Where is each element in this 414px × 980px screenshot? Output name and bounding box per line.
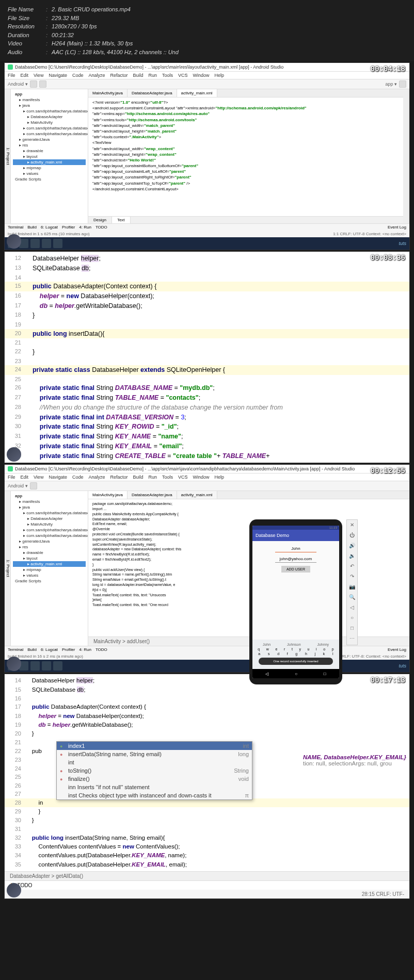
tool-Build[interactable]: Build	[27, 225, 37, 230]
tree-item[interactable]: ▸ DatabaseAdapter	[13, 516, 86, 521]
tree-item[interactable]: app	[13, 91, 86, 97]
tree-item[interactable]: ▸ activity_main.xml	[13, 159, 86, 165]
tree-item[interactable]: app	[13, 493, 86, 499]
toolbar-btn[interactable]	[30, 80, 37, 88]
tab-DatabaseAdapter.java[interactable]: DatabaseAdapter.java	[128, 89, 177, 97]
tool-TODO[interactable]: TODO	[95, 225, 107, 230]
nav-bar[interactable]: ◁○□	[252, 669, 339, 678]
tree-item[interactable]: ▸ java	[13, 103, 86, 108]
overview-icon[interactable]: □	[348, 625, 356, 632]
tool-Terminal[interactable]: Terminal	[8, 225, 23, 230]
tree-item[interactable]: ▸ com.sandipbhattacharya.databasedemo (t…	[13, 533, 86, 538]
menu-vcs[interactable]: VCS	[178, 73, 188, 78]
left-gutter[interactable]: 1: Project	[5, 89, 11, 223]
tree-item[interactable]: ▸ values	[13, 573, 86, 578]
name-input[interactable]: John	[275, 545, 316, 552]
design-text-tabs[interactable]: Design Text	[88, 216, 403, 223]
breadcrumb[interactable]: DatabaseAdapter > getAllData()	[5, 871, 409, 880]
autocomplete-item[interactable]: ●finalize()void	[57, 775, 252, 783]
tree-item[interactable]: ▸ generatedJava	[13, 538, 86, 544]
tree-item[interactable]: ▸ generatedJava	[13, 137, 86, 142]
tree-item[interactable]: Gradle Scripts	[13, 176, 86, 182]
tree-item[interactable]: ▸ DatabaseAdapter	[13, 114, 86, 120]
tab-DatabaseAdapter.java[interactable]: DatabaseAdapter.java	[128, 491, 177, 499]
tree-item[interactable]: Gradle Scripts	[13, 578, 86, 584]
code-editor[interactable]: 12 DatabaseHelper helper;13 SQLiteDataba…	[5, 252, 409, 463]
menu-run[interactable]: Run	[149, 73, 157, 78]
menubar[interactable]: FileEditViewNavigateCodeAnalyzeRefactorB…	[5, 72, 409, 79]
tool-Logcat[interactable]: 6: Logcat	[41, 225, 58, 230]
tab-activity_main.xml[interactable]: activity_main.xml	[177, 491, 217, 499]
back-icon[interactable]: ◁	[348, 605, 356, 612]
zoom-icon[interactable]: 🔍	[348, 594, 356, 601]
menubar[interactable]: FileEditViewNavigateCodeAnalyzeRefactorB…	[5, 473, 409, 481]
tree-item[interactable]: ▸ values	[13, 171, 86, 176]
tree-item[interactable]: ▸ layout	[13, 556, 86, 561]
left-gutter[interactable]: 1: Project	[5, 491, 11, 646]
rotate-right-icon[interactable]: ↷	[348, 574, 356, 581]
xml-editor[interactable]: <?xml version="1.0" encoding="utf-8"?><a…	[88, 97, 403, 216]
menu-edit[interactable]: Edit	[21, 73, 29, 78]
autocomplete-popup[interactable]: ●index1int●insertData(String name, Strin…	[56, 741, 252, 800]
tree-item[interactable]: ▸ com.sandipbhattacharya.databasedemo	[13, 510, 86, 516]
more-icon[interactable]: ⋯	[348, 635, 356, 643]
add-user-button[interactable]: ADD USER	[281, 566, 310, 573]
menu-code[interactable]: Code	[72, 73, 84, 78]
close-icon[interactable]: ✕	[348, 522, 356, 529]
autocomplete-item[interactable]: inn Inserts ''if not null'' statement	[57, 783, 252, 791]
home-icon[interactable]: ○	[348, 615, 356, 622]
toolbar[interactable]: Android ▾ app ▾	[5, 79, 409, 89]
project-tree[interactable]: app▸ manifests▸ java▸ com.sandipbhattach…	[11, 491, 88, 646]
tab-MainActivity.java[interactable]: MainActivity.java	[88, 89, 128, 97]
power-icon[interactable]: ⏻	[348, 532, 356, 540]
tree-item[interactable]: ▸ drawable	[13, 550, 86, 556]
tree-item[interactable]: ▸ activity_main.xml	[13, 561, 86, 567]
tree-item[interactable]: ▸ res	[13, 544, 86, 550]
tree-item[interactable]: ▸ com.sandipbhattacharya.databasedemo	[13, 108, 86, 114]
camera-icon[interactable]: 📷	[348, 584, 356, 591]
bottom-tool-tabs[interactable]: TerminalBuild6: LogcatProfiler4: RunTODO…	[5, 223, 409, 231]
tree-item[interactable]: ▸ res	[13, 142, 86, 148]
tree-item[interactable]: ▸ manifests	[13, 499, 86, 504]
todo-tab[interactable]: 📋 TODO	[5, 880, 409, 890]
java-editor[interactable]: package com.sandipbhattacharya.databased…	[88, 499, 409, 636]
autocomplete-item[interactable]: int	[57, 758, 252, 766]
tab-activity_main.xml[interactable]: activity_main.xml	[177, 89, 217, 97]
right-gutter[interactable]	[403, 89, 409, 223]
editor-tabs[interactable]: MainActivity.javaDatabaseAdapter.javaact…	[88, 89, 403, 97]
tree-item[interactable]: ▸ mipmap	[13, 567, 86, 573]
tree-item[interactable]: ▸ com.sandipbhattacharya.databasedemo (a…	[13, 125, 86, 131]
tool-Profiler[interactable]: Profiler	[62, 225, 75, 230]
autocomplete-item[interactable]: inst Checks object type with instanceof …	[57, 791, 252, 799]
menu-view[interactable]: View	[34, 73, 43, 78]
menu-navigate[interactable]: Navigate	[49, 73, 67, 78]
tree-item[interactable]: ▸ drawable	[13, 148, 86, 154]
volume-up-icon[interactable]: 🔊	[348, 543, 356, 550]
menu-build[interactable]: Build	[133, 73, 143, 78]
tool-Run[interactable]: 4: Run	[79, 225, 91, 230]
tree-item[interactable]: ▸ com.sandipbhattacharya.databasedemo (a…	[13, 527, 86, 533]
tree-item[interactable]: ▸ mipmap	[13, 165, 86, 171]
autocomplete-item[interactable]: ●insertData(String name, String email)lo…	[57, 750, 252, 758]
windows-taskbar[interactable]: tuts	[5, 237, 409, 250]
bottom-tool-tabs[interactable]: TerminalBuild6: LogcatProfiler4: RunTODO…	[5, 646, 409, 653]
android-emulator[interactable]: 11:23 Database Demo John john@yahoo.com …	[249, 519, 342, 684]
email-input[interactable]: john@yahoo.com	[275, 556, 316, 563]
tree-item[interactable]: ▸ MainActivity	[13, 120, 86, 125]
menu-help[interactable]: Help	[215, 73, 225, 78]
emulator-controls[interactable]: ✕ ⏻ 🔊 🔉 ↶ ↷ 📷 🔍 ◁ ○ □ ⋯	[346, 519, 358, 645]
tab-MainActivity.java[interactable]: MainActivity.java	[88, 491, 128, 499]
tree-item[interactable]: ▸ MainActivity	[13, 521, 86, 527]
tree-item[interactable]: ▸ layout	[13, 154, 86, 159]
tree-item[interactable]: ▸ manifests	[13, 97, 86, 103]
autocomplete-item[interactable]: ●toString()String	[57, 766, 252, 775]
rotate-left-icon[interactable]: ↶	[348, 563, 356, 570]
menu-refactor[interactable]: Refactor	[110, 73, 128, 78]
menu-tools[interactable]: Tools	[162, 73, 173, 78]
soft-keyboard[interactable]: JohnJohnsonJohnny qwertyuiop asdfghjkl O…	[252, 640, 339, 669]
autocomplete-item[interactable]: ●index1int	[57, 742, 252, 750]
menu-analyze[interactable]: Analyze	[88, 73, 105, 78]
menu-file[interactable]: File	[8, 73, 15, 78]
menu-window[interactable]: Window	[193, 73, 210, 78]
project-tree[interactable]: app▸ manifests▸ java▸ com.sandipbhattach…	[11, 89, 88, 223]
